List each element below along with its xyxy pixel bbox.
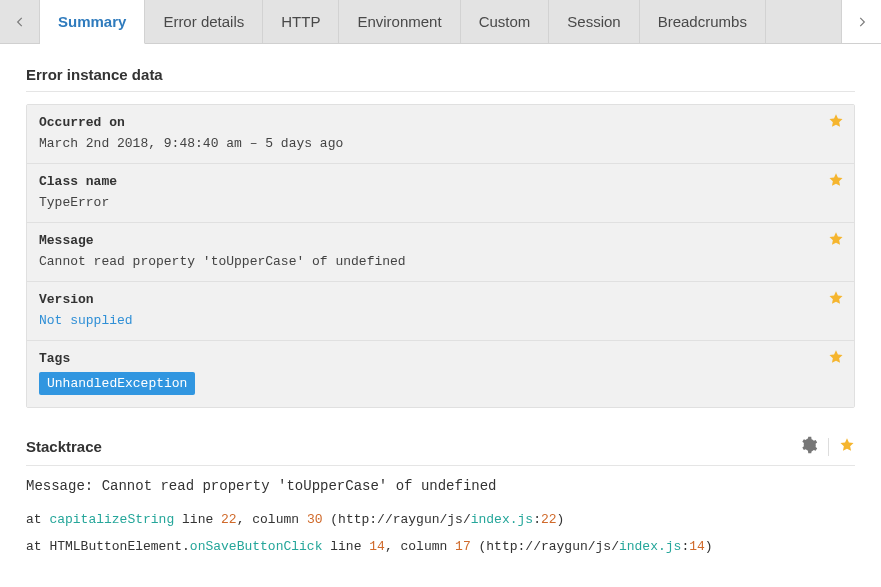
star-toggle[interactable] [828, 231, 844, 250]
frame-fileline: 14 [689, 539, 705, 554]
stacktrace-settings[interactable] [800, 436, 818, 457]
row-label: Message [39, 233, 842, 248]
frame-file: index.js [619, 539, 681, 554]
row-label: Tags [39, 351, 842, 366]
stacktrace-message: Message: Cannot read property 'toUpperCa… [26, 478, 855, 494]
frame-text: (http://raygun/js/ [471, 539, 619, 554]
frame-text: line [174, 512, 221, 527]
row-message: Message Cannot read property 'toUpperCas… [27, 223, 854, 282]
row-value: UnhandledException [39, 372, 842, 395]
row-value: Cannot read property 'toUpperCase' of un… [39, 254, 842, 269]
row-label: Version [39, 292, 842, 307]
section-title-text: Stacktrace [26, 438, 102, 455]
tab-http[interactable]: HTTP [263, 0, 339, 43]
row-version: Version Not supplied [27, 282, 854, 341]
content-area: Error instance data Occurred on March 2n… [0, 44, 881, 554]
star-toggle[interactable] [828, 113, 844, 132]
section-title-stacktrace: Stacktrace [26, 436, 855, 466]
tab-label: Error details [163, 13, 244, 30]
tab-label: Session [567, 13, 620, 30]
star-toggle[interactable] [828, 172, 844, 191]
frame-text: : [533, 512, 541, 527]
frame-func: onSaveButtonClick [190, 539, 323, 554]
frame-text: ) [705, 539, 713, 554]
stacktrace-star[interactable] [839, 437, 855, 456]
instance-data-block: Occurred on March 2nd 2018, 9:48:40 am –… [26, 104, 855, 408]
frame-text: line [322, 539, 369, 554]
row-value: TypeError [39, 195, 842, 210]
chevron-left-icon [13, 15, 27, 29]
tab-label: Summary [58, 13, 126, 30]
star-toggle[interactable] [828, 349, 844, 368]
row-occurred-on: Occurred on March 2nd 2018, 9:48:40 am –… [27, 105, 854, 164]
frame-text: HTMLButtonElement. [49, 539, 189, 554]
frame-line: 14 [369, 539, 385, 554]
tab-session[interactable]: Session [549, 0, 639, 43]
section-title-instance: Error instance data [26, 66, 855, 92]
row-tags: Tags UnhandledException [27, 341, 854, 407]
frame-func: capitalizeString [49, 512, 174, 527]
row-class-name: Class name TypeError [27, 164, 854, 223]
tab-environment[interactable]: Environment [339, 0, 460, 43]
frame-text: ) [557, 512, 565, 527]
star-icon [828, 113, 844, 129]
gear-icon [800, 436, 818, 454]
frame-file: index.js [471, 512, 533, 527]
section-title-text: Error instance data [26, 66, 163, 83]
frame-at: at [26, 512, 49, 527]
star-icon [828, 290, 844, 306]
frame-text: , column [237, 512, 307, 527]
tab-scroll-right[interactable] [841, 0, 881, 43]
tab-breadcrumbs[interactable]: Breadcrumbs [640, 0, 766, 43]
tab-label: HTTP [281, 13, 320, 30]
frame-line: 22 [221, 512, 237, 527]
frame-col: 17 [455, 539, 471, 554]
stacktrace-message-text: Cannot read property 'toUpperCase' of un… [102, 478, 497, 494]
star-toggle[interactable] [828, 290, 844, 309]
frame-fileline: 22 [541, 512, 557, 527]
stacktrace-frame: at capitalizeString line 22, column 30 (… [26, 512, 855, 527]
tab-label: Custom [479, 13, 531, 30]
tag-chip[interactable]: UnhandledException [39, 372, 195, 395]
row-label: Occurred on [39, 115, 842, 130]
chevron-right-icon [855, 15, 869, 29]
tab-bar: Summary Error details HTTP Environment C… [0, 0, 881, 44]
star-icon [828, 172, 844, 188]
tab-summary[interactable]: Summary [40, 0, 145, 44]
row-label: Class name [39, 174, 842, 189]
stacktrace-frame: at HTMLButtonElement.onSaveButtonClick l… [26, 539, 855, 554]
stacktrace-message-prefix: Message: [26, 478, 102, 494]
frame-col: 30 [307, 512, 323, 527]
row-value: March 2nd 2018, 9:48:40 am – 5 days ago [39, 136, 842, 151]
tab-custom[interactable]: Custom [461, 0, 550, 43]
star-icon [828, 231, 844, 247]
tab-label: Breadcrumbs [658, 13, 747, 30]
divider [828, 438, 829, 456]
frame-text: , column [385, 539, 455, 554]
star-icon [828, 349, 844, 365]
tab-scroll-left[interactable] [0, 0, 40, 43]
tab-label: Environment [357, 13, 441, 30]
frame-at: at [26, 539, 49, 554]
frame-text: (http://raygun/js/ [322, 512, 470, 527]
tab-error-details[interactable]: Error details [145, 0, 263, 43]
row-value-link[interactable]: Not supplied [39, 313, 842, 328]
star-icon [839, 437, 855, 453]
